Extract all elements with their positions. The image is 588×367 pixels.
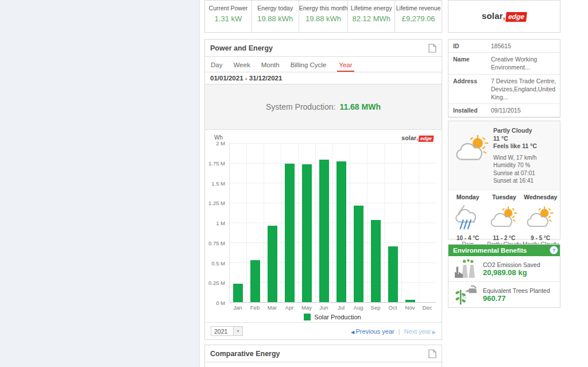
detail-row-installed: Installed 09/11/2015 <box>448 104 560 117</box>
logo-card: solar,edge <box>448 0 560 33</box>
chart-body: 2 M1.75 M1.5 M1.25 M1 M0.75 M0.5 M0.25 M… <box>210 143 436 303</box>
y-tick-label: 0 M <box>216 300 225 306</box>
bar-column <box>230 143 246 302</box>
bar-may[interactable] <box>302 164 312 302</box>
comparative-energy-header: Comparative Energy <box>205 345 442 362</box>
export-report-icon[interactable] <box>428 44 436 53</box>
bar-column <box>315 143 332 302</box>
x-tick-label: Apr <box>281 304 298 311</box>
chevron-down-icon: ▼ <box>233 327 242 335</box>
help-icon[interactable]: ? <box>550 246 558 254</box>
y-tick-label: 0.5 M <box>211 260 225 266</box>
x-tick-label: Jan <box>229 304 246 311</box>
rain-cloud-icon <box>454 203 482 233</box>
factory-icon <box>453 258 481 279</box>
y-tick-label: 1 M <box>216 220 225 226</box>
plot-area <box>229 143 436 303</box>
forecast-monday: Monday 10 - 4 °C Rain <box>450 194 486 248</box>
system-production-banner: System Production: 11.68 MWh <box>205 84 442 130</box>
export-report-icon[interactable] <box>428 349 436 358</box>
x-tick-label: Feb <box>246 304 264 311</box>
production-value: 11.68 MWh <box>339 102 381 111</box>
time-range-tabs: Day Week Month Billing Cycle Year <box>205 57 442 72</box>
bar-jan[interactable] <box>233 284 243 302</box>
bar-jul[interactable] <box>336 161 347 302</box>
stat-energy-today: Energy today 19.88 kWh <box>252 1 299 32</box>
weather-temp: 11 °C <box>493 135 556 143</box>
site-details-panel: ID 185615 Name Creative Working Environm… <box>448 39 560 118</box>
x-tick-label: Aug <box>350 304 367 311</box>
comparative-energy-panel: Comparative Energy Month Quarter Year <box>204 345 442 367</box>
chart-watermark-logo: solar,edge <box>401 134 434 142</box>
chart-legend: Solar Production <box>229 312 436 322</box>
previous-year-link[interactable]: ◀ Previous year <box>351 328 394 335</box>
panel-title: Power and Energy <box>210 44 273 52</box>
bar-column <box>419 143 436 302</box>
detail-row-address: Address 7 Devizes Trade Centre, Devizes,… <box>448 75 560 105</box>
bar-column <box>246 143 264 302</box>
bar-nov[interactable] <box>405 300 416 302</box>
tab-billing-cycle[interactable]: Billing Cycle <box>291 61 327 72</box>
x-tick-label: Dec <box>419 304 436 311</box>
sun-cloud-icon <box>452 127 493 185</box>
bar-column <box>350 143 367 302</box>
date-range-label: 01/01/2021 - 31/12/2021 <box>205 72 442 84</box>
right-arrow-icon: ▶ <box>431 330 436 335</box>
bar-oct[interactable] <box>388 246 399 302</box>
bar-mar[interactable] <box>268 226 278 302</box>
bar-apr[interactable] <box>285 164 295 302</box>
bar-jun[interactable] <box>319 160 330 302</box>
y-tick-label: 0.25 M <box>208 280 225 286</box>
stat-value: 1.31 kW <box>215 14 242 23</box>
x-tick-label: Mar <box>264 304 281 311</box>
weather-panel: Partly Cloudy 11 °C Feels like 11 °C Win… <box>448 121 560 239</box>
panel-title: Comparative Energy <box>210 350 280 358</box>
tab-month[interactable]: Month <box>261 61 280 72</box>
y-tick-label: 2 M <box>216 140 225 146</box>
stats-bar: Current Power 1.31 kW Energy today 19.88… <box>204 0 442 33</box>
bar-sep[interactable] <box>371 220 381 302</box>
stat-energy-month: Energy this month 19.88 kWh <box>299 1 349 32</box>
bar-feb[interactable] <box>250 260 261 302</box>
tab-week[interactable]: Week <box>233 61 250 72</box>
dashboard-page: Current Power 1.31 kW Energy today 19.88… <box>0 0 588 367</box>
stat-label: Current Power <box>209 5 248 11</box>
bar-column <box>384 143 401 302</box>
weather-humidity: Humidity 70 % <box>493 161 556 169</box>
weather-forecast: Monday 10 - 4 °C Rain Tuesday <box>448 190 560 251</box>
power-energy-header: Power and Energy <box>205 40 442 57</box>
tab-day[interactable]: Day <box>211 61 222 72</box>
sun-cloud-icon <box>525 203 555 233</box>
year-select[interactable]: 2021 ▼ <box>211 326 243 336</box>
left-background <box>0 0 200 367</box>
x-axis: JanFebMarAprMayJunJulAugSepOctNovDec <box>229 303 436 312</box>
y-tick-label: 1.75 M <box>208 160 225 166</box>
env-row-co2: CO2 Emission Saved 20,989.08 kg <box>448 256 560 282</box>
power-energy-panel: Power and Energy Day Week Month Billing … <box>204 39 442 340</box>
current-weather: Partly Cloudy 11 °C Feels like 11 °C Win… <box>448 121 560 190</box>
weather-condition: Partly Cloudy <box>493 127 556 135</box>
y-tick-label: 0.75 M <box>208 239 225 246</box>
x-tick-label: Oct <box>384 304 401 311</box>
stat-label: Lifetime revenue <box>396 5 441 11</box>
bar-column <box>298 143 315 302</box>
next-year-link[interactable]: Next year ▶ <box>404 328 436 335</box>
production-chart: Wh solar,edge 2 M1.75 M1.5 M1.25 M1 M0.7… <box>205 130 442 322</box>
pager-separator: | <box>399 328 400 335</box>
legend-label: Solar Production <box>314 314 361 320</box>
stat-value: 19.88 kWh <box>257 14 293 23</box>
x-tick-label: Sep <box>367 304 384 311</box>
forecast-tuesday: Tuesday 11 - 2 °C Partly Cloudy <box>486 194 522 248</box>
stat-lifetime-energy: Lifetime energy 82.12 MWh <box>348 1 395 32</box>
stat-value: £9,279.06 <box>402 14 435 23</box>
stat-current-power: Current Power 1.31 kW <box>205 1 252 32</box>
bar-column <box>332 143 350 302</box>
bar-aug[interactable] <box>354 206 364 302</box>
y-axis: 2 M1.75 M1.5 M1.25 M1 M0.75 M0.5 M0.25 M… <box>210 143 229 303</box>
stat-label: Energy today <box>257 5 293 11</box>
production-label: System Production: <box>266 102 335 111</box>
x-tick-label: Nov <box>401 304 419 311</box>
tab-year[interactable]: Year <box>337 61 354 72</box>
bar-column <box>367 143 384 302</box>
bar-column <box>264 143 281 302</box>
